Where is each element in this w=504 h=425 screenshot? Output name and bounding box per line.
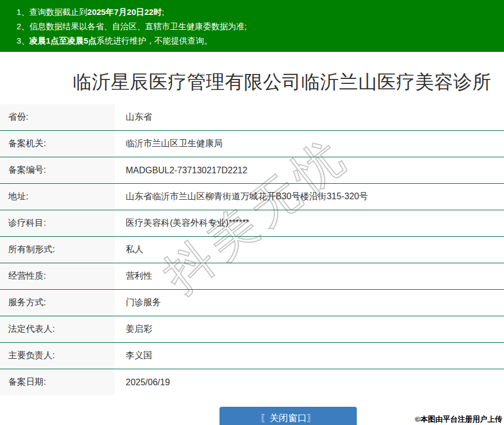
row-label: 诊疗科目: [0,210,115,237]
table-row: 省份: 山东省 [0,104,504,131]
notice-line-1-tail: ; [162,7,164,17]
close-window-button[interactable]: 〖关闭窗口〗 [219,407,357,425]
row-value: 医疗美容科(美容外科专业)****** [115,210,504,237]
notice-line-1-bold: 2025年7月20日22时 [87,7,162,17]
row-label: 地址: [0,184,115,210]
notice-line-3: 3、凌晨1点至凌晨5点系统进行维护，不能提供查询。 [17,34,498,48]
table-row: 主要负责人: 李义国 [0,343,504,369]
table-row: 法定代表人: 姜启彩 [0,316,504,343]
table-row: 地址: 山东省临沂市兰山区柳青街道万城花开B30号楼沿街315-320号 [0,184,504,210]
row-label: 经营性质: [0,263,115,290]
notice-line-3-text: 3、 [17,36,29,45]
table-row: 备案机关: 临沂市兰山区卫生健康局 [0,131,504,157]
copyright-stamp: ©本图由平台注册用户上传 [415,415,502,424]
row-value: 私人 [115,237,504,263]
page-title: 临沂星辰医疗管理有限公司临沂兰山医疗美容诊所 [73,70,504,95]
notice-line-2-text: 2、信息数据结果以各省、自治区、直辖市卫生健康委数据为准; [17,22,247,31]
table-row: 服务方式: 门诊服务 [0,290,504,316]
row-label: 备案编号: [0,157,115,184]
row-label: 主要负责人: [0,343,115,369]
row-label: 备案机关: [0,131,115,157]
row-label: 服务方式: [0,290,115,316]
table-row: 经营性质: 营利性 [0,263,504,290]
row-value: MADGBUL2-737130217D2212 [115,157,504,184]
notice-line-1-text: 1、查询数据截止到 [17,7,87,17]
row-value: 山东省 [115,104,504,131]
row-value: 门诊服务 [115,290,504,316]
row-value: 李义国 [115,343,504,369]
row-label: 法定代表人: [0,316,115,343]
row-value: 临沂市兰山区卫生健康局 [115,131,504,157]
table-row: 所有制形式: 私人 [0,237,504,263]
table-row: 诊疗科目: 医疗美容科(美容外科专业)****** [0,210,504,237]
row-value: 山东省临沂市兰山区柳青街道万城花开B30号楼沿街315-320号 [115,184,504,210]
table-row: 备案日期: 2025/06/19 [0,369,504,396]
row-label: 备案日期: [0,369,115,396]
notice-line-3-bold: 凌晨1点至凌晨5点 [29,36,96,45]
table-row: 备案编号: MADGBUL2-737130217D2212 [0,157,504,184]
row-value: 2025/06/19 [115,369,504,396]
row-label: 所有制形式: [0,237,115,263]
notice-banner: 1、查询数据截止到2025年7月20日22时; 2、信息数据结果以各省、自治区、… [0,0,504,52]
notice-line-1: 1、查询数据截止到2025年7月20日22时; [17,5,498,19]
row-value: 营利性 [115,263,504,290]
row-label: 省份: [0,104,115,131]
row-value: 姜启彩 [115,316,504,343]
record-table: 省份: 山东省 备案机关: 临沂市兰山区卫生健康局 备案编号: MADGBUL2… [0,104,504,395]
notice-line-2: 2、信息数据结果以各省、自治区、直辖市卫生健康委数据为准; [17,19,498,34]
notice-line-3-tail: 系统进行维护，不能提供查询。 [96,36,212,45]
